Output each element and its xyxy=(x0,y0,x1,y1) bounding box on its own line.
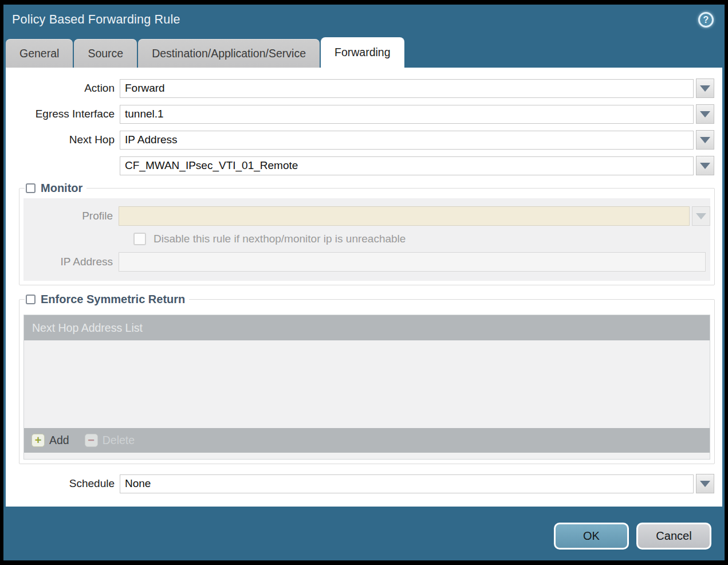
egress-interface-input[interactable] xyxy=(120,105,694,124)
next-hop-address-list-toolbar: + Add − Delete xyxy=(24,428,710,453)
profile-dropdown-button xyxy=(692,206,710,226)
plus-icon: + xyxy=(32,434,45,447)
monitor-panel: Profile Disable this rule if nexthop/mon… xyxy=(23,198,710,281)
action-input[interactable] xyxy=(120,79,694,98)
next-hop-address-list-header-label: Next Hop Address List xyxy=(32,321,143,335)
tab-destination-label: Destination/Application/Service xyxy=(152,47,306,60)
cancel-button[interactable]: Cancel xyxy=(636,523,711,550)
chevron-down-icon xyxy=(700,137,710,143)
egress-interface-label: Egress Interface xyxy=(6,108,120,120)
tab-general-label: General xyxy=(19,47,59,60)
chevron-down-icon xyxy=(700,111,710,117)
next-hop-dropdown-button[interactable] xyxy=(696,130,714,150)
monitor-legend: Monitor xyxy=(25,182,86,195)
tab-forwarding-label: Forwarding xyxy=(335,46,391,59)
monitor-ip-address-input xyxy=(119,252,706,272)
delete-button: − Delete xyxy=(85,434,135,447)
cancel-button-label: Cancel xyxy=(656,529,691,543)
enforce-symmetric-return-legend-label: Enforce Symmetric Return xyxy=(41,293,185,306)
tab-general[interactable]: General xyxy=(6,39,73,68)
tab-forwarding[interactable]: Forwarding xyxy=(321,37,404,68)
chevron-down-icon xyxy=(700,163,710,169)
add-button[interactable]: + Add xyxy=(32,434,69,447)
profile-row: Profile xyxy=(23,206,710,226)
next-hop-type-input[interactable] xyxy=(120,131,694,150)
chevron-down-icon xyxy=(700,85,710,92)
schedule-label: Schedule xyxy=(6,477,120,490)
forwarding-tab-panel: Action Egress Interface Next Hop xyxy=(6,68,722,507)
chevron-down-icon xyxy=(696,213,706,219)
ok-button[interactable]: OK xyxy=(554,523,629,550)
enforce-symmetric-return-checkbox[interactable] xyxy=(26,295,36,304)
monitor-checkbox[interactable] xyxy=(26,183,36,193)
enforce-symmetric-return-group: Enforce Symmetric Return Next Hop Addres… xyxy=(19,293,715,464)
monitor-group: Monitor Profile Disable this rule if xyxy=(19,182,715,285)
next-hop-address-list-body[interactable] xyxy=(24,340,710,428)
next-hop-label: Next Hop xyxy=(6,134,120,146)
profile-input xyxy=(119,206,690,226)
disable-rule-checkbox xyxy=(133,233,146,245)
add-button-label: Add xyxy=(49,434,69,447)
schedule-dropdown-button[interactable] xyxy=(696,474,714,493)
monitor-ip-address-row: IP Address xyxy=(23,252,710,272)
next-hop-address-table: Next Hop Address List + Add − Delete xyxy=(23,315,710,460)
next-hop-address-input[interactable] xyxy=(120,156,694,175)
enforce-symmetric-return-legend: Enforce Symmetric Return xyxy=(25,293,189,306)
profile-label: Profile xyxy=(23,210,119,222)
action-row: Action xyxy=(6,79,722,98)
action-dropdown-button[interactable] xyxy=(696,79,714,98)
monitor-ip-address-label: IP Address xyxy=(23,256,119,268)
dialog-button-bar: OK Cancel xyxy=(3,507,725,550)
table-bottom-strip xyxy=(24,453,710,459)
minus-icon: − xyxy=(85,434,98,447)
dialog-titlebar: Policy Based Forwarding Rule ? xyxy=(3,5,725,34)
dialog-title: Policy Based Forwarding Rule xyxy=(12,13,180,27)
egress-interface-dropdown-button[interactable] xyxy=(696,104,714,124)
next-hop-address-dropdown-button[interactable] xyxy=(696,156,714,175)
delete-button-label: Delete xyxy=(103,434,135,447)
next-hop-address-list-header: Next Hop Address List xyxy=(24,315,710,340)
pbf-rule-dialog: Policy Based Forwarding Rule ? General S… xyxy=(3,5,725,560)
help-icon[interactable]: ? xyxy=(698,12,714,28)
action-label: Action xyxy=(6,82,120,95)
egress-interface-row: Egress Interface xyxy=(6,104,722,124)
schedule-row: Schedule xyxy=(6,474,722,493)
next-hop-row: Next Hop xyxy=(6,130,722,150)
tab-bar: General Source Destination/Application/S… xyxy=(3,34,725,68)
disable-rule-row: Disable this rule if nexthop/monitor ip … xyxy=(23,233,710,245)
chevron-down-icon xyxy=(700,481,710,487)
tab-source[interactable]: Source xyxy=(74,39,137,68)
disable-rule-label: Disable this rule if nexthop/monitor ip … xyxy=(154,233,406,245)
tab-source-label: Source xyxy=(88,47,123,60)
ok-button-label: OK xyxy=(583,529,600,543)
next-hop-address-row xyxy=(6,156,722,175)
monitor-legend-label: Monitor xyxy=(41,182,82,195)
tab-destination-application-service[interactable]: Destination/Application/Service xyxy=(138,39,320,68)
schedule-input[interactable] xyxy=(120,474,694,493)
